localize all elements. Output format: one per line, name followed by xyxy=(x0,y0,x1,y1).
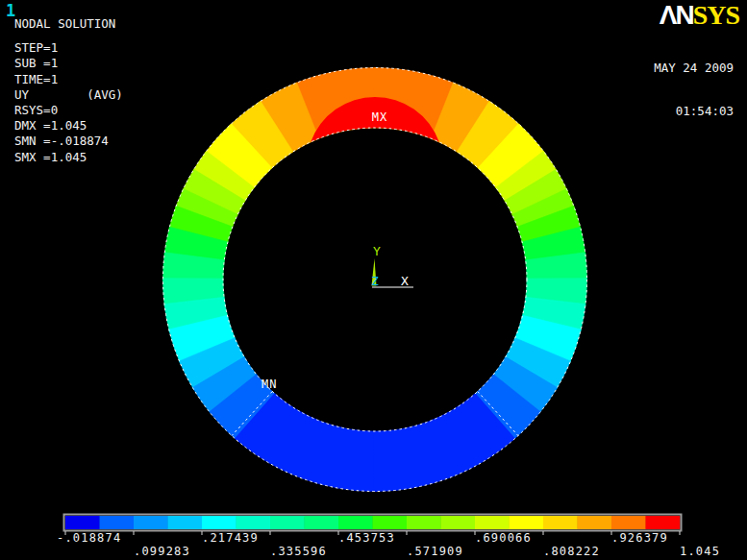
z-axis-label: Z xyxy=(371,274,379,288)
colorbar-segment xyxy=(100,516,135,529)
colorbar-segment xyxy=(270,516,305,529)
colorbar-label: .571909 xyxy=(407,545,463,558)
colorbar-label: .926379 xyxy=(611,531,668,545)
colorbar-label: .335596 xyxy=(270,545,327,558)
colorbar-segment xyxy=(373,516,408,529)
ansys-graphics-window: 1 NODAL SOLUTIONSTEP=1SUB =1TIME=1UY (AV… xyxy=(0,0,747,560)
colorbar-segment xyxy=(543,516,578,529)
max-label: MX xyxy=(372,110,387,124)
colorbar-label: .217439 xyxy=(202,531,259,545)
x-axis-label: X xyxy=(401,274,409,288)
graphics-viewport[interactable]: MXMNYZX-.018874.099283.217439.335596.453… xyxy=(0,0,747,560)
colorbar-segment xyxy=(475,516,510,529)
colorbar-segment xyxy=(611,516,646,529)
colorbar-label: .808222 xyxy=(543,545,600,558)
colorbar-label: .099283 xyxy=(134,545,190,558)
colorbar-label: .453753 xyxy=(338,531,395,545)
y-axis-label: Y xyxy=(373,244,381,258)
colorbar-segment xyxy=(168,516,203,529)
colorbar-segment xyxy=(202,516,237,529)
colorbar-segment xyxy=(305,516,339,529)
colorbar-label: .690066 xyxy=(475,531,532,545)
colorbar-segment xyxy=(441,516,476,529)
min-label: MN xyxy=(261,377,277,391)
colorbar-segment xyxy=(646,516,681,529)
colorbar-segment xyxy=(134,516,168,529)
colorbar-label: -.018874 xyxy=(57,531,121,545)
colorbar-segment xyxy=(65,516,100,529)
colorbar-segment xyxy=(407,516,441,529)
colorbar-segment xyxy=(237,516,271,529)
colorbar-segment xyxy=(338,516,373,529)
colorbar-segment xyxy=(510,516,544,529)
colorbar-segment xyxy=(578,516,612,529)
colorbar-label: 1.045 xyxy=(680,545,720,558)
